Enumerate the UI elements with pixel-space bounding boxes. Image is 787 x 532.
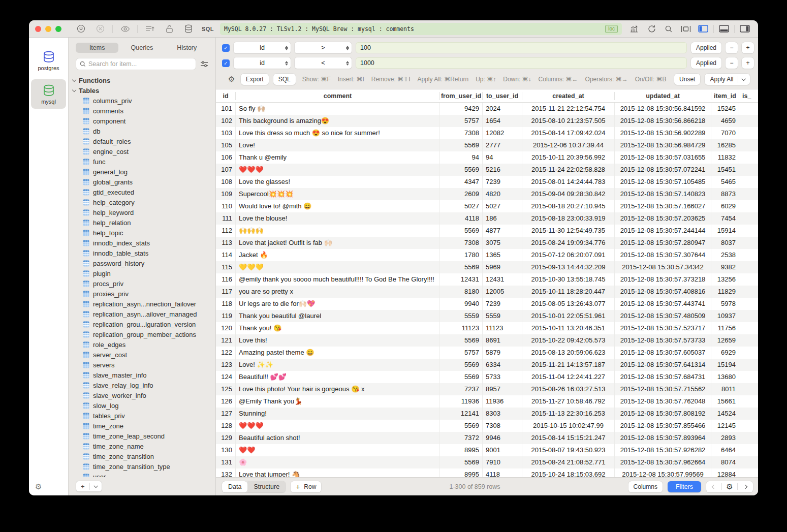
filter-operator-select[interactable]: > <box>295 42 352 53</box>
toggle-right-panel-icon[interactable] <box>738 23 752 35</box>
table-row[interactable]: 126 @Emily Thank you💃 11936 11936 2015-1… <box>216 395 758 408</box>
table-row[interactable]: 113 Love that jacket! Outfit is fab 🙌🏻 7… <box>216 237 758 249</box>
sidebar-table-item[interactable]: global_grants <box>73 177 215 187</box>
sidebar-table-item[interactable]: help_topic <box>73 228 215 238</box>
sidebar-table-item[interactable]: component <box>73 116 215 126</box>
table-row[interactable]: 132 Love that jumper! 🐴 8995 4118 2015-1… <box>216 468 758 477</box>
filter-value-input[interactable] <box>356 42 687 53</box>
filter-checkbox[interactable]: ✓ <box>222 44 230 52</box>
disconnect-icon[interactable] <box>93 23 107 35</box>
sidebar-table-item[interactable]: comments <box>73 106 215 116</box>
filter-checkbox[interactable]: ✓ <box>222 59 230 67</box>
sidebar-table-item[interactable]: gtid_executed <box>73 187 215 197</box>
table-row[interactable]: 108 Love the glasses! 4347 7239 2015-08-… <box>216 176 758 188</box>
table-row[interactable]: 109 Supercool💥💥💥 2609 4820 2015-09-04 09… <box>216 188 758 200</box>
table-row[interactable]: 129 Beautiful action shot! 7372 9946 201… <box>216 432 758 444</box>
connection-icon[interactable] <box>74 23 88 35</box>
filters-button[interactable]: Filters <box>668 481 701 492</box>
group-functions[interactable]: Functions <box>73 75 215 85</box>
sidebar-table-item[interactable]: time_zone_leap_second <box>73 431 215 441</box>
import-list-icon[interactable] <box>143 23 157 35</box>
connection-mysql[interactable]: mysql <box>31 79 66 109</box>
add-filter-button[interactable]: + <box>742 42 754 53</box>
sql-editor-button[interactable]: SQL <box>201 23 215 35</box>
toggle-bottom-panel-icon[interactable] <box>717 23 731 35</box>
filter-operator-select[interactable]: < <box>295 57 352 69</box>
plus-icon[interactable]: + <box>76 483 89 490</box>
add-filter-button[interactable]: + <box>742 57 754 69</box>
table-row[interactable]: 120 Thank you! 😘 11123 11123 2015-10-11 … <box>216 322 758 334</box>
sidebar-table-item[interactable]: db <box>73 126 215 136</box>
table-row[interactable]: 110 Would love to! @mith 😄 5027 5027 201… <box>216 200 758 212</box>
lock-icon[interactable] <box>162 23 176 35</box>
table-row[interactable]: 112 🙌🙌🙌 5569 4877 2015-11-30 12:54:49.73… <box>216 225 758 237</box>
database-icon[interactable] <box>181 23 196 35</box>
table-row[interactable]: 122 Amazing pastel theme 😄 5757 5879 201… <box>216 347 758 359</box>
filter-value-input[interactable] <box>356 57 687 69</box>
unset-button[interactable]: Unset <box>674 74 700 85</box>
column-header-id[interactable]: id <box>216 92 236 100</box>
applied-button[interactable]: Applied <box>691 57 721 69</box>
grid-settings-gear-icon[interactable]: ⚙ <box>722 482 737 491</box>
search-icon[interactable] <box>662 23 676 35</box>
filter-sliders-icon[interactable] <box>200 60 208 68</box>
sidebar-table-item[interactable]: slave_master_info <box>73 370 215 380</box>
sidebar-table-item[interactable]: func <box>73 157 215 167</box>
table-row[interactable]: 124 Beautiful!! 💕💕 5569 5733 2015-11-04 … <box>216 371 758 383</box>
sidebar-table-item[interactable]: slow_log <box>73 400 215 411</box>
toggle-left-panel-icon[interactable] <box>696 23 710 35</box>
table-row[interactable]: 111 Love the blouse! 4118 186 2015-08-18… <box>216 212 758 225</box>
sidebar-table-item[interactable]: replication_grou...iguration_version <box>73 319 215 329</box>
connection-postgres[interactable]: postgres <box>31 46 66 75</box>
filter-column-select[interactable]: id <box>234 42 291 53</box>
table-row[interactable]: 128 ❤️❤️❤️ 5569 7308 2015-10-15 10:02:47… <box>216 420 758 432</box>
center-content-icon[interactable] <box>679 23 693 35</box>
sidebar-table-item[interactable]: slave_worker_info <box>73 390 215 400</box>
stats-chart-icon[interactable] <box>627 23 641 35</box>
table-row[interactable]: 115 💛💛💛 5569 5969 2015-09-13 14:44:32.20… <box>216 261 758 273</box>
zoom-window-button[interactable] <box>55 26 61 32</box>
table-row[interactable]: 125 Love this photo! Your hair is gorgeo… <box>216 383 758 395</box>
table-row[interactable]: 131 🌸 5569 7910 2015-08-24 21:08:52.771 … <box>216 456 758 468</box>
column-header-item-id[interactable]: item_id <box>711 92 739 100</box>
table-row[interactable]: 106 Thank u @emily 94 94 2015-10-11 20:3… <box>216 151 758 164</box>
sidebar-table-item[interactable]: user <box>73 472 215 477</box>
table-row[interactable]: 123 Love! ✨✨ 5569 6334 2015-11-21 14:13:… <box>216 359 758 371</box>
sidebar-table-item[interactable]: innodb_table_stats <box>73 248 215 258</box>
table-row[interactable]: 105 Love! 5569 2777 2015-12-06 10:37:39.… <box>216 139 758 151</box>
column-header-from-user-id[interactable]: from_user_id <box>440 92 483 100</box>
sidebar-table-item[interactable]: help_keyword <box>73 207 215 217</box>
sidebar-table-item[interactable]: servers <box>73 360 215 370</box>
minimize-window-button[interactable] <box>45 26 51 32</box>
search-input[interactable] <box>88 60 192 68</box>
sidebar-table-item[interactable]: help_relation <box>73 217 215 228</box>
applied-button[interactable]: Applied <box>691 42 721 53</box>
sidebar-table-item[interactable]: time_zone_transition_type <box>73 461 215 472</box>
prev-page-button[interactable] <box>706 485 721 488</box>
filter-column-select[interactable]: id <box>234 57 291 69</box>
next-page-button[interactable] <box>738 485 753 488</box>
sidebar-table-item[interactable]: role_edges <box>73 339 215 350</box>
settings-gear-icon[interactable]: ⚙ <box>35 482 42 491</box>
tab-history[interactable]: History <box>166 43 208 53</box>
table-row[interactable]: 119 Thank you beautiful @laurel 5559 555… <box>216 310 758 322</box>
preview-eye-icon[interactable] <box>118 23 132 35</box>
table-row[interactable]: 116 @emily thank you soooo much beautifu… <box>216 273 758 286</box>
add-item-split-button[interactable]: + <box>76 481 102 492</box>
sidebar-table-item[interactable]: proxies_priv <box>73 289 215 299</box>
sidebar-table-item[interactable]: time_zone <box>73 421 215 431</box>
table-row[interactable]: 130 ❤️❤️ 8995 9001 2015-08-07 19:43:50.9… <box>216 444 758 456</box>
tab-data[interactable]: Data <box>222 481 247 492</box>
sidebar-table-item[interactable]: columns_priv <box>73 96 215 106</box>
add-row-button[interactable]: +Row <box>291 481 321 492</box>
export-button[interactable]: Export <box>241 74 269 85</box>
sidebar-table-item[interactable]: replication_asyn...ailover_managed <box>73 309 215 319</box>
sidebar-table-item[interactable]: password_history <box>73 258 215 268</box>
group-tables[interactable]: Tables <box>73 85 215 96</box>
columns-button[interactable]: Columns <box>628 481 663 492</box>
sidebar-table-item[interactable]: procs_priv <box>73 278 215 289</box>
column-header-is[interactable]: is_ <box>739 92 758 100</box>
table-row[interactable]: 101 So fly 🙌🏼 9429 2024 2015-11-21 22:12… <box>216 103 758 115</box>
sidebar-table-item[interactable]: general_log <box>73 167 215 177</box>
remove-filter-button[interactable]: − <box>726 42 738 53</box>
